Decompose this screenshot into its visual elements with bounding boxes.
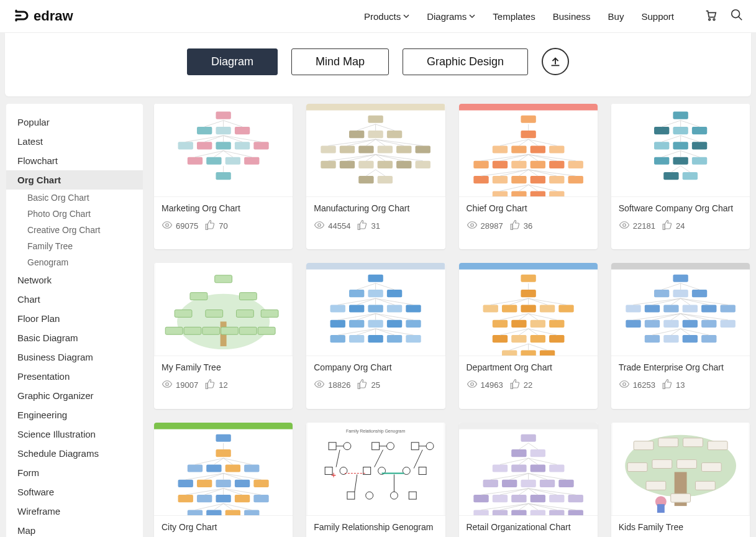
template-card[interactable]: City Org Chart 14189 29: [154, 423, 293, 537]
svg-rect-33: [306, 104, 445, 111]
svg-rect-238: [673, 275, 688, 282]
template-thumbnail: [459, 263, 598, 356]
svg-rect-265: [701, 320, 716, 328]
likes-stat[interactable]: 22: [509, 379, 532, 392]
template-card[interactable]: Manufacturing Org Chart 44554 31: [306, 104, 445, 249]
sidebar-category[interactable]: Wireframe: [6, 502, 143, 521]
svg-rect-414: [701, 462, 721, 471]
svg-rect-223: [511, 335, 526, 342]
template-card[interactable]: Department Org Chart 14963 22: [459, 263, 598, 408]
svg-rect-152: [184, 328, 201, 335]
template-card[interactable]: Software Company Org Chart 22181 24: [611, 104, 750, 249]
tab-bar: Diagram Mind Map Graphic Design: [5, 33, 751, 96]
logo[interactable]: edraw: [12, 7, 73, 25]
likes-stat[interactable]: 70: [204, 219, 227, 232]
sidebar-category[interactable]: Network: [6, 270, 143, 290]
sidebar-category[interactable]: Map: [6, 521, 143, 537]
sidebar-category[interactable]: Org Chart: [6, 170, 143, 190]
template-card[interactable]: Company Org Chart 18826 25: [306, 263, 445, 408]
svg-rect-195: [406, 335, 421, 342]
eye-icon: [314, 379, 325, 392]
svg-rect-269: [645, 335, 660, 342]
likes-stat[interactable]: 31: [357, 219, 380, 232]
svg-rect-122: [692, 127, 707, 134]
thumb-up-icon: [509, 219, 521, 232]
svg-rect-151: [165, 328, 183, 335]
svg-rect-79: [530, 145, 545, 153]
sidebar-subcategory[interactable]: Creative Org Chart: [6, 222, 143, 238]
svg-rect-267: [720, 320, 735, 328]
sidebar-subcategory[interactable]: Photo Org Chart: [6, 206, 143, 222]
sidebar-category[interactable]: Science Illustration: [6, 425, 143, 444]
svg-rect-51: [416, 145, 430, 153]
template-stats: 16253 13: [619, 379, 742, 392]
template-grid: Marketing Org Chart 69075 70 Manufacturi…: [154, 104, 750, 537]
sidebar-category[interactable]: Business Diagram: [6, 347, 143, 367]
template-card[interactable]: Trade Enterprise Org Chart 16253 13: [611, 263, 750, 408]
sidebar-category[interactable]: Presentation: [6, 367, 143, 386]
eye-icon: [314, 219, 325, 232]
svg-rect-65: [358, 176, 373, 183]
sidebar-category[interactable]: Latest: [6, 132, 143, 151]
nav-buy[interactable]: Buy: [608, 11, 624, 22]
sidebar-category[interactable]: Engineering: [6, 405, 143, 425]
template-card[interactable]: Retail Organizational Chart 13107 5: [459, 423, 598, 537]
svg-point-31: [166, 224, 169, 227]
svg-rect-63: [416, 161, 430, 168]
svg-rect-169: [349, 305, 364, 313]
likes-stat[interactable]: 12: [204, 379, 227, 392]
sidebar-category[interactable]: Basic Diagram: [6, 328, 143, 347]
svg-rect-17: [235, 142, 250, 149]
sidebar-category[interactable]: Chart: [6, 290, 143, 309]
svg-rect-285: [206, 464, 221, 472]
sidebar-category[interactable]: Floor Plan: [6, 309, 143, 328]
tab-mindmap[interactable]: Mind Map: [291, 48, 389, 75]
cart-icon[interactable]: [704, 8, 717, 24]
svg-rect-237: [611, 263, 750, 270]
likes-stat[interactable]: 24: [662, 219, 685, 232]
template-card[interactable]: Chief Org Chart 28987 36: [459, 104, 598, 249]
svg-rect-309: [253, 495, 268, 502]
svg-point-1: [713, 19, 715, 21]
svg-rect-241: [673, 290, 688, 297]
sidebar-category[interactable]: Schedule Diagrams: [6, 444, 143, 463]
sidebar-category[interactable]: Form: [6, 463, 143, 482]
template-card[interactable]: My Family Tree 19007 12: [154, 263, 293, 408]
nav-products[interactable]: Products: [364, 11, 409, 22]
sidebar-subcategory[interactable]: Basic Org Chart: [6, 190, 143, 206]
nav-templates[interactable]: Templates: [493, 11, 535, 22]
template-card[interactable]: Family Relationship Genogram+ Family Rel…: [306, 423, 445, 537]
svg-rect-35: [349, 131, 364, 138]
likes-stat[interactable]: 25: [357, 379, 380, 392]
svg-point-331: [426, 442, 434, 449]
likes-stat[interactable]: 36: [509, 219, 532, 232]
sidebar-category[interactable]: Graphic Organizer: [6, 386, 143, 405]
svg-rect-203: [483, 305, 498, 313]
views-count: 28987: [481, 221, 503, 231]
brand-text: edraw: [34, 8, 73, 24]
tab-graphic-design[interactable]: Graphic Design: [403, 48, 528, 75]
template-title: Marketing Org Chart: [162, 203, 285, 213]
eye-icon: [619, 219, 630, 232]
template-card[interactable]: Kids Family Tree 13604 26: [611, 423, 750, 537]
template-title: Manufacturing Org Chart: [314, 203, 437, 213]
template-body: Software Company Org Chart 22181 24: [611, 197, 750, 240]
nav-support[interactable]: Support: [641, 11, 674, 22]
template-thumbnail: [459, 423, 598, 516]
svg-rect-205: [502, 305, 517, 313]
sidebar-category[interactable]: Popular: [6, 112, 143, 132]
sidebar-subcategory[interactable]: Genogram: [6, 254, 143, 270]
sidebar-category[interactable]: Flowchart: [6, 151, 143, 170]
svg-point-197: [318, 383, 321, 386]
svg-rect-221: [492, 335, 507, 342]
svg-rect-161: [349, 290, 364, 297]
likes-stat[interactable]: 13: [662, 379, 685, 392]
template-card[interactable]: Marketing Org Chart 69075 70: [154, 104, 293, 249]
sidebar-category[interactable]: Software: [6, 482, 143, 502]
tab-diagram[interactable]: Diagram: [187, 48, 278, 75]
nav-business[interactable]: Business: [553, 11, 591, 22]
sidebar-subcategory[interactable]: Family Tree: [6, 238, 143, 254]
search-icon[interactable]: [730, 8, 744, 24]
nav-diagrams[interactable]: Diagrams: [427, 11, 475, 22]
upload-button[interactable]: [542, 48, 569, 75]
